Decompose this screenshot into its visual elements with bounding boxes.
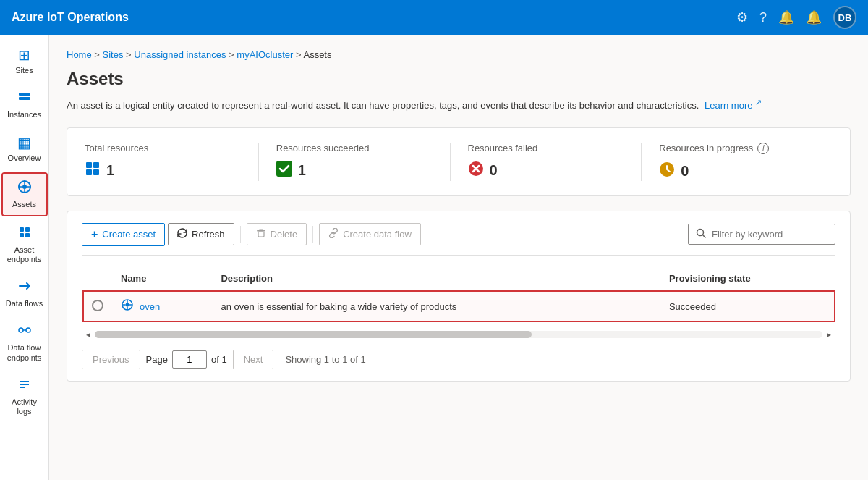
- sidebar-item-activity-logs[interactable]: Activity logs: [1, 371, 48, 422]
- svg-rect-0: [19, 93, 30, 96]
- row-select-cell[interactable]: [82, 290, 112, 322]
- col-provisioning-state: Provisioning state: [660, 267, 835, 290]
- learn-more-link[interactable]: Learn more: [705, 100, 752, 111]
- horizontal-scrollbar[interactable]: ◂ ▸: [82, 328, 835, 341]
- asset-endpoints-icon: [17, 225, 32, 243]
- table-row[interactable]: oven an oven is essential for baking a w…: [82, 290, 835, 322]
- page-number-input[interactable]: [172, 350, 207, 369]
- stat-value-failed: 0: [468, 161, 624, 180]
- asset-name-container: oven: [121, 298, 203, 315]
- table-header-row: Name Description Provisioning state: [82, 267, 835, 290]
- col-select: [82, 267, 112, 290]
- toolbar: + Create asset Refresh Delete: [82, 223, 835, 256]
- page-label: Page: [146, 354, 168, 365]
- stat-value-failed-number: 0: [490, 162, 498, 179]
- col-name: Name: [112, 267, 212, 290]
- previous-button[interactable]: Previous: [82, 350, 140, 369]
- scroll-thumb: [95, 331, 532, 338]
- sidebar-item-assets[interactable]: Assets: [1, 172, 48, 216]
- sidebar-label-asset-endpoints: Asset endpoints: [4, 245, 45, 264]
- svg-rect-18: [86, 162, 92, 168]
- main-content: Home > Sites > Unassigned instances > my…: [49, 35, 868, 480]
- breadcrumb-unassigned-instances[interactable]: Unassigned instances: [134, 49, 226, 60]
- asset-name-link[interactable]: oven: [140, 301, 160, 312]
- svg-rect-27: [257, 230, 265, 232]
- sidebar-item-instances[interactable]: Instances: [1, 84, 48, 125]
- of-label: of 1: [211, 354, 227, 365]
- stat-value-in-progress-number: 0: [681, 163, 689, 180]
- scroll-left-arrow[interactable]: ◂: [82, 328, 95, 341]
- link-icon: [328, 228, 339, 240]
- topbar-icons: ⚙ ? 🔔 🔔 DB: [736, 6, 856, 29]
- row-name-cell: oven: [112, 290, 212, 322]
- sidebar-item-sites[interactable]: ⊞ Sites: [1, 41, 48, 81]
- sidebar-label-overview: Overview: [8, 153, 41, 163]
- refresh-button[interactable]: Refresh: [168, 223, 234, 245]
- stat-in-progress: Resources in progress i 0: [641, 143, 833, 181]
- filter-input-container[interactable]: [688, 224, 835, 245]
- breadcrumb-sites[interactable]: Sites: [103, 49, 124, 60]
- delete-button[interactable]: Delete: [247, 223, 307, 245]
- avatar[interactable]: DB: [833, 6, 856, 29]
- showing-text: Showing 1 to 1 of 1: [285, 354, 365, 365]
- row-description-cell: an oven is essential for baking a wide v…: [212, 290, 660, 322]
- delete-icon: [256, 228, 266, 240]
- svg-rect-11: [25, 233, 30, 237]
- error-icon: [468, 161, 484, 180]
- filter-by-keyword-input[interactable]: [712, 229, 827, 240]
- sidebar-label-data-flows: Data flows: [6, 299, 43, 308]
- clock-icon: [659, 161, 675, 181]
- stat-label-total: Total resources: [85, 143, 241, 153]
- stat-total-resources: Total resources 1: [85, 143, 258, 181]
- notification-icon[interactable]: 🔔: [778, 9, 794, 25]
- overview-icon: ▦: [17, 134, 31, 151]
- svg-rect-19: [93, 162, 99, 168]
- toolbar-divider: [240, 226, 241, 243]
- sites-icon: ⊞: [18, 46, 30, 64]
- scroll-right-arrow[interactable]: ▸: [822, 328, 835, 341]
- page-description: An asset is a logical entity created to …: [67, 96, 851, 113]
- breadcrumb-current: Assets: [303, 49, 331, 60]
- scroll-track[interactable]: [95, 331, 822, 338]
- assets-icon: [17, 180, 32, 198]
- bell-icon[interactable]: 🔔: [806, 9, 822, 25]
- settings-icon[interactable]: ⚙: [736, 9, 748, 25]
- sidebar-label-sites: Sites: [15, 66, 33, 75]
- info-icon: i: [757, 143, 769, 154]
- pagination: Previous Page of 1 Next Showing 1 to 1 o…: [82, 350, 835, 369]
- breadcrumb-cluster[interactable]: myAIOcluster: [237, 49, 293, 60]
- create-data-flow-button[interactable]: Create data flow: [319, 223, 421, 245]
- svg-line-30: [703, 235, 706, 238]
- stat-value-in-progress: 0: [659, 161, 815, 181]
- plus-icon: +: [91, 228, 98, 241]
- topbar: Azure IoT Operations ⚙ ? 🔔 🔔 DB: [0, 0, 868, 35]
- stat-label-succeeded: Resources succeeded: [276, 143, 433, 153]
- next-button[interactable]: Next: [233, 350, 274, 369]
- breadcrumb-sep3: >: [229, 49, 237, 60]
- svg-rect-20: [86, 169, 92, 175]
- toolbar-divider2: [312, 226, 313, 243]
- breadcrumb-sep2: >: [126, 49, 134, 60]
- stat-value-succeeded-number: 1: [298, 162, 306, 179]
- sidebar-item-asset-endpoints[interactable]: Asset endpoints: [1, 219, 48, 270]
- svg-point-3: [22, 185, 27, 189]
- stat-value-total-number: 1: [106, 162, 114, 179]
- row-radio[interactable]: [92, 300, 103, 311]
- sidebar-item-data-flows[interactable]: Data flows: [1, 273, 48, 314]
- svg-point-13: [26, 328, 30, 332]
- sidebar-item-overview[interactable]: ▦ Overview: [1, 128, 48, 169]
- stat-label-failed: Resources failed: [468, 143, 624, 153]
- create-asset-button[interactable]: + Create asset: [82, 223, 165, 246]
- stat-label-in-progress: Resources in progress: [659, 143, 753, 153]
- svg-rect-1: [19, 97, 30, 100]
- sidebar: ⊞ Sites Instances ▦ Overview Assets Asse…: [0, 35, 49, 480]
- help-icon[interactable]: ?: [760, 10, 767, 25]
- svg-rect-22: [276, 161, 292, 177]
- svg-rect-8: [20, 227, 24, 232]
- sidebar-label-activity-logs: Activity logs: [4, 397, 45, 416]
- breadcrumb-home[interactable]: Home: [67, 49, 92, 60]
- sidebar-item-data-flow-endpoints[interactable]: Data flow endpoints: [1, 317, 48, 368]
- stats-card: Total resources 1 Resources succeeded 1: [67, 127, 851, 196]
- breadcrumb-sep4: >: [296, 49, 304, 60]
- svg-point-32: [126, 303, 129, 306]
